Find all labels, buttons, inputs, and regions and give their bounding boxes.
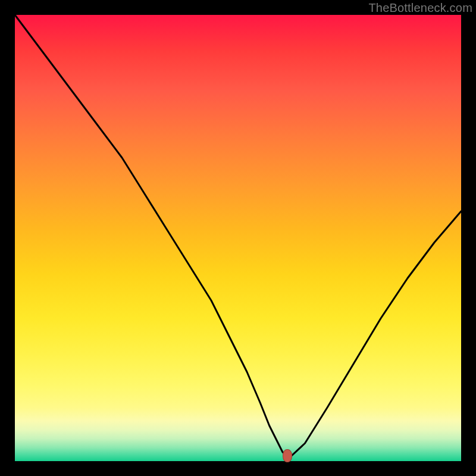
curve-svg [15, 15, 461, 461]
watermark-text: TheBottleneck.com [368, 1, 472, 15]
chart-frame: TheBottleneck.com [0, 0, 476, 476]
plot-area [15, 15, 461, 461]
current-point-marker [283, 449, 292, 462]
bottleneck-curve [15, 15, 461, 456]
